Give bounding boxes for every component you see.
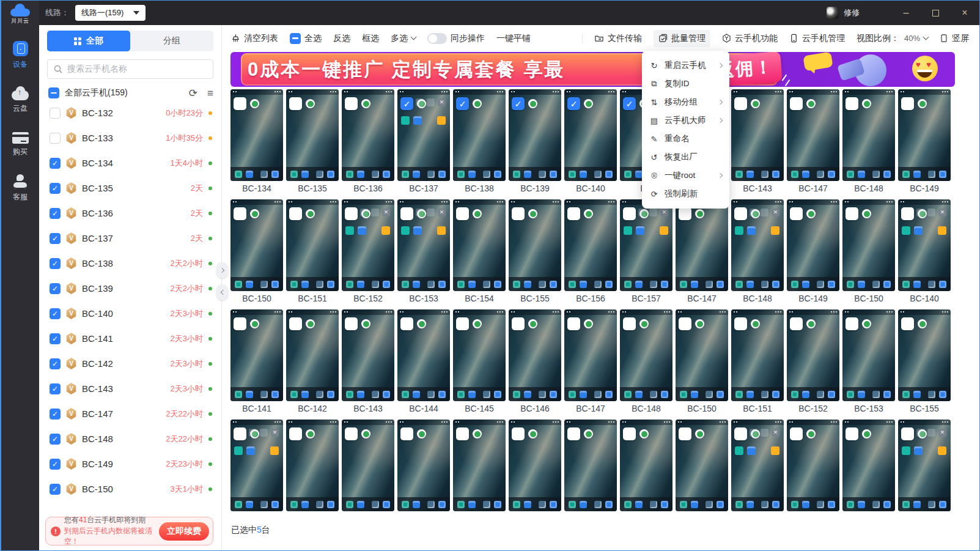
tile-checkbox[interactable] xyxy=(846,317,858,330)
phone-screen[interactable] xyxy=(509,309,561,401)
tile-checkbox[interactable] xyxy=(901,207,914,220)
phone-screen[interactable]: ✕ xyxy=(397,199,450,291)
files-app-icon[interactable] xyxy=(858,391,865,398)
settings-app-icon[interactable] xyxy=(847,391,854,398)
sort-list-icon[interactable]: ≡ xyxy=(207,88,213,98)
phone-screen[interactable] xyxy=(676,199,728,291)
settings-app-icon[interactable] xyxy=(513,281,520,288)
files-app-icon[interactable] xyxy=(635,501,643,508)
gallery-app-icon[interactable] xyxy=(427,281,435,288)
phone-screen[interactable] xyxy=(453,309,506,401)
files-app-icon[interactable] xyxy=(413,171,420,178)
files-app-icon[interactable] xyxy=(246,391,253,398)
phone-screen[interactable]: ✕ xyxy=(898,199,951,291)
tile-checkbox[interactable] xyxy=(679,317,691,330)
settings-app-icon[interactable] xyxy=(680,501,687,508)
store-app-icon[interactable] xyxy=(772,501,779,508)
store-app-icon[interactable] xyxy=(550,281,557,288)
settings-app-icon[interactable] xyxy=(624,391,632,398)
gallery-app-icon[interactable] xyxy=(817,391,824,398)
gallery-app-icon[interactable] xyxy=(928,501,935,508)
select-all-button[interactable]: 全选 xyxy=(290,33,322,44)
tile-checkbox[interactable] xyxy=(846,97,858,110)
phone-tile[interactable]: BC-146 xyxy=(509,309,561,415)
device-list-item[interactable]: ✓VBC-1503天1小时 xyxy=(39,476,221,501)
tile-checkbox[interactable] xyxy=(289,317,302,330)
device-list-item[interactable]: ✓VBC-1402天3小时 xyxy=(39,301,221,326)
settings-app-icon[interactable] xyxy=(791,501,798,508)
files-app-icon[interactable] xyxy=(746,281,754,288)
gallery-app-icon[interactable] xyxy=(427,171,435,178)
close-app-icon[interactable]: ✕ xyxy=(938,209,946,216)
tab-all[interactable]: 全部 xyxy=(47,31,130,51)
files-app-icon[interactable] xyxy=(691,391,698,398)
tile-checkbox[interactable] xyxy=(234,207,246,220)
phone-tile[interactable]: ✓BC-138 xyxy=(453,89,506,195)
phone-screen[interactable] xyxy=(342,309,394,401)
gallery-app-icon[interactable] xyxy=(872,501,880,508)
phone-screen[interactable]: ✓✕ xyxy=(397,89,450,181)
phone-screen[interactable] xyxy=(564,420,617,511)
gallery-app-icon[interactable] xyxy=(706,281,713,288)
files-app-icon[interactable] xyxy=(913,501,921,508)
settings-app-icon[interactable] xyxy=(847,501,854,508)
settings-app-icon[interactable] xyxy=(402,281,409,288)
phone-tile[interactable]: ✕BC-140 xyxy=(898,199,951,305)
files-app-icon[interactable] xyxy=(858,171,865,178)
settings-app-icon[interactable] xyxy=(457,391,465,398)
settings-app-icon[interactable] xyxy=(569,171,576,178)
gallery-app-icon[interactable] xyxy=(316,171,323,178)
store-app-icon[interactable] xyxy=(661,281,668,288)
files-app-icon[interactable] xyxy=(580,501,587,508)
files-app-icon[interactable] xyxy=(524,391,531,398)
phone-tile[interactable]: ✓✕BC-137 xyxy=(397,89,450,195)
store-app-icon[interactable] xyxy=(883,281,891,288)
gallery-app-icon[interactable] xyxy=(817,501,824,508)
settings-app-icon[interactable] xyxy=(902,391,910,398)
phone-tile[interactable] xyxy=(342,420,394,525)
gallery-app-icon[interactable] xyxy=(872,281,880,288)
phone-tile[interactable]: BC-135 xyxy=(286,89,339,195)
files-app-icon[interactable] xyxy=(301,501,309,508)
store-app-icon[interactable] xyxy=(438,391,446,398)
store-app-icon[interactable] xyxy=(271,281,279,288)
settings-app-icon[interactable] xyxy=(735,501,743,508)
files-app-icon[interactable] xyxy=(468,391,476,398)
folder-app-icon[interactable] xyxy=(413,226,422,235)
files-app-icon[interactable] xyxy=(802,501,809,508)
folder-app-icon[interactable] xyxy=(636,226,644,235)
gallery-app-icon[interactable] xyxy=(316,281,323,288)
files-app-icon[interactable] xyxy=(301,281,309,288)
phone-screen[interactable] xyxy=(453,420,506,511)
folder-app-icon[interactable] xyxy=(747,446,756,455)
phone-tile[interactable]: ✓BC-139 xyxy=(509,89,561,195)
store-app-icon[interactable] xyxy=(327,391,334,398)
phone-tile[interactable]: BC-147 xyxy=(787,89,839,195)
gallery-app-icon[interactable] xyxy=(928,281,935,288)
close-app-icon[interactable]: ✕ xyxy=(772,429,779,437)
settings-app-icon[interactable] xyxy=(402,501,409,508)
menu-item[interactable]: ®一键root xyxy=(642,166,729,185)
device-list-item[interactable]: VBC-1320小时23分 xyxy=(39,100,221,125)
phone-tile[interactable]: BC-147 xyxy=(564,309,617,415)
phone-screen[interactable]: ✕ xyxy=(342,199,394,291)
tile-checkbox[interactable] xyxy=(790,317,803,330)
phone-screen[interactable] xyxy=(509,420,561,511)
chat-app-icon[interactable] xyxy=(624,226,632,235)
gallery-app-icon[interactable] xyxy=(483,281,490,288)
phone-tile[interactable]: BC-148 xyxy=(620,309,672,415)
gallery-app-icon[interactable] xyxy=(372,281,379,288)
phone-screen[interactable]: ✓ xyxy=(564,89,617,181)
maximize-button[interactable] xyxy=(921,1,950,25)
tab-groups[interactable]: 分组 xyxy=(130,31,213,51)
phone-screen[interactable]: ✕ xyxy=(230,420,283,511)
device-checkbox[interactable]: ✓ xyxy=(50,158,61,169)
store-app-icon[interactable] xyxy=(494,171,501,178)
gallery-app-icon[interactable] xyxy=(706,501,713,508)
phone-screen[interactable] xyxy=(230,309,283,401)
gallery-app-icon[interactable] xyxy=(817,281,824,288)
phone-tile[interactable]: BC-143 xyxy=(731,89,784,195)
store-app-icon[interactable] xyxy=(550,171,557,178)
phone-screen[interactable] xyxy=(230,89,283,181)
settings-app-icon[interactable] xyxy=(457,281,465,288)
